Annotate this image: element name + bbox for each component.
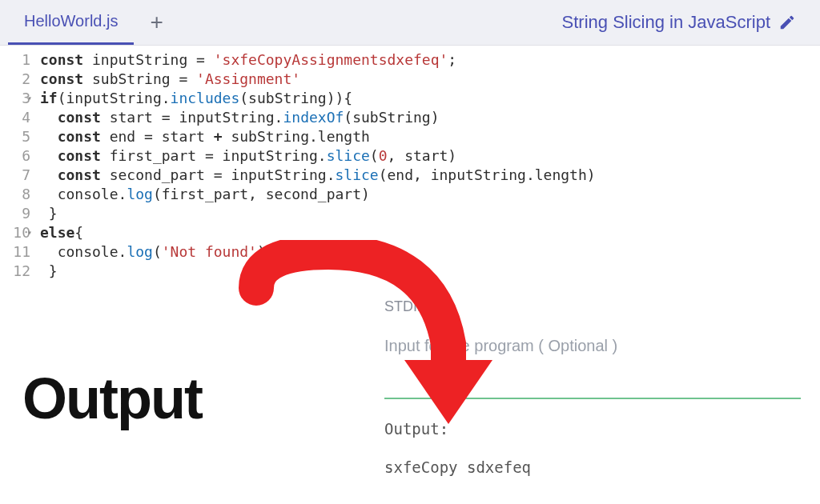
file-tab[interactable]: HelloWorld.js — [8, 0, 134, 45]
edit-icon[interactable] — [778, 14, 796, 31]
lower-panel: STDIN Input for the program ( Optional )… — [0, 286, 820, 504]
code-editor[interactable]: 1 2 3 4 5 6 7 8 9 10 11 12 const inputSt… — [0, 45, 820, 286]
output-divider — [384, 398, 801, 399]
page-title: String Slicing in JavaScript — [562, 12, 778, 33]
line-gutter: 1 2 3 4 5 6 7 8 9 10 11 12 — [0, 46, 37, 286]
output-label: Output: — [384, 420, 448, 438]
output-value: sxfeCopy sdxefeq — [384, 458, 531, 476]
add-tab-button[interactable]: + — [134, 10, 179, 35]
stdin-label: STDIN — [384, 298, 428, 315]
code-content[interactable]: const inputString = 'sxfeCopyAssignments… — [37, 46, 599, 286]
stdin-input[interactable]: Input for the program ( Optional ) — [384, 337, 617, 355]
output-annotation: Output — [22, 366, 202, 431]
header-bar: HelloWorld.js + String Slicing in JavaSc… — [0, 0, 820, 45]
